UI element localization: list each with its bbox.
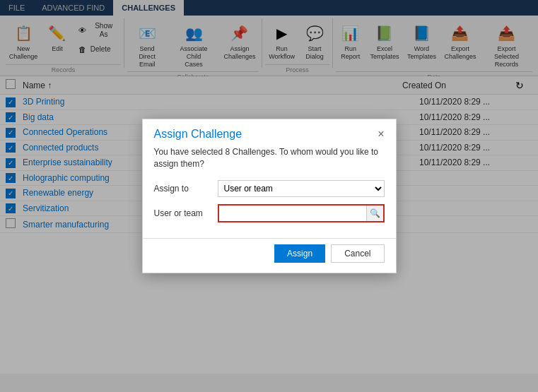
assign-button[interactable]: Assign <box>274 244 325 263</box>
user-or-team-input[interactable] <box>219 206 366 221</box>
assign-to-select[interactable]: User or team <box>218 180 385 197</box>
modal-body: You have selected 8 Challenges. To whom … <box>143 146 396 238</box>
modal-header: Assign Challenge × <box>143 119 396 146</box>
modal-footer: Assign Cancel <box>143 238 396 273</box>
cancel-button[interactable]: Cancel <box>331 244 384 263</box>
user-or-team-search-button[interactable]: 🔍 <box>366 206 383 221</box>
search-icon: 🔍 <box>370 208 380 218</box>
user-or-team-control: 🔍 <box>218 204 385 222</box>
modal-close-button[interactable]: × <box>378 128 384 141</box>
user-or-team-search-wrap: 🔍 <box>218 204 385 222</box>
assign-to-control: User or team <box>218 180 385 197</box>
assign-to-label: Assign to <box>154 184 218 194</box>
assign-to-row: Assign to User or team <box>154 180 385 197</box>
user-or-team-row: User or team 🔍 <box>154 204 385 222</box>
assign-challenge-modal: Assign Challenge × You have selected 8 C… <box>142 119 397 273</box>
modal-description: You have selected 8 Challenges. To whom … <box>154 146 385 170</box>
modal-overlay: Assign Challenge × You have selected 8 C… <box>0 0 538 392</box>
modal-title: Assign Challenge <box>154 128 242 141</box>
user-or-team-label: User or team <box>154 208 218 218</box>
